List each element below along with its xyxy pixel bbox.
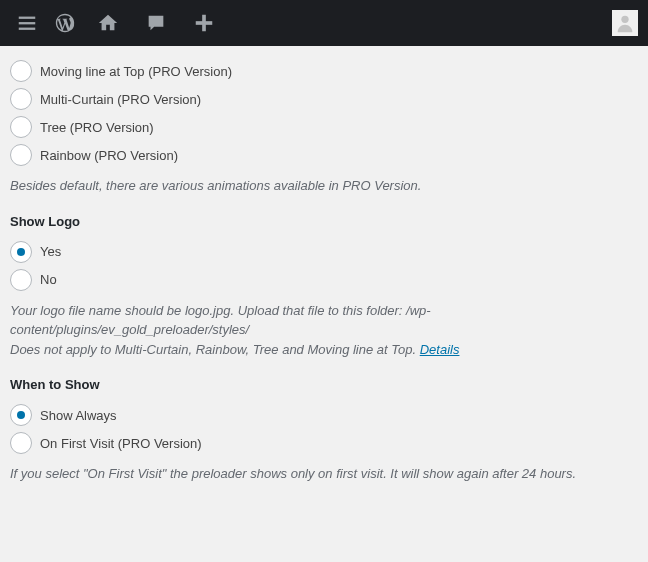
radio-input[interactable] [10,88,32,110]
radio-label: Moving line at Top (PRO Version) [40,64,232,79]
radio-input[interactable] [10,241,32,263]
wp-admin-toolbar [0,0,648,46]
radio-show-logo-no[interactable]: No [10,269,638,291]
radio-tree[interactable]: Tree (PRO Version) [10,116,638,138]
radio-input[interactable] [10,269,32,291]
menu-icon[interactable] [8,0,46,46]
radio-input[interactable] [10,432,32,454]
radio-input[interactable] [10,404,32,426]
radio-input[interactable] [10,116,32,138]
svg-rect-1 [19,22,36,24]
svg-rect-0 [19,17,36,19]
svg-rect-4 [196,21,213,25]
details-link[interactable]: Details [420,342,460,357]
radio-moving-line[interactable]: Moving line at Top (PRO Version) [10,60,638,82]
radio-label: Multi-Curtain (PRO Version) [40,92,201,107]
radio-label: No [40,272,57,287]
wordpress-logo-icon[interactable] [46,0,84,46]
radio-multi-curtain[interactable]: Multi-Curtain (PRO Version) [10,88,638,110]
section-title-show-logo: Show Logo [10,214,638,229]
radio-label: Rainbow (PRO Version) [40,148,178,163]
radio-label: Show Always [40,408,117,423]
svg-rect-2 [19,28,36,30]
home-icon[interactable] [84,0,132,46]
radio-show-always[interactable]: Show Always [10,404,638,426]
settings-content: Moving line at Top (PRO Version) Multi-C… [0,46,648,510]
section-title-when-to-show: When to Show [10,377,638,392]
when-to-show-description: If you select "On First Visit" the prelo… [10,464,638,484]
radio-label: On First Visit (PRO Version) [40,436,202,451]
show-logo-description: Your logo file name should be logo.jpg. … [10,301,638,360]
radio-input[interactable] [10,144,32,166]
svg-point-5 [621,16,628,23]
radio-rainbow[interactable]: Rainbow (PRO Version) [10,144,638,166]
add-new-icon[interactable] [180,0,228,46]
radio-label: Yes [40,244,61,259]
comments-icon[interactable] [132,0,180,46]
radio-show-logo-yes[interactable]: Yes [10,241,638,263]
radio-label: Tree (PRO Version) [40,120,154,135]
radio-input[interactable] [10,60,32,82]
desc-line-2: Does not apply to Multi-Curtain, Rainbow… [10,342,420,357]
radio-on-first-visit[interactable]: On First Visit (PRO Version) [10,432,638,454]
user-avatar[interactable] [612,10,638,36]
desc-line-1: Your logo file name should be logo.jpg. … [10,303,431,338]
animations-description: Besides default, there are various anima… [10,176,638,196]
